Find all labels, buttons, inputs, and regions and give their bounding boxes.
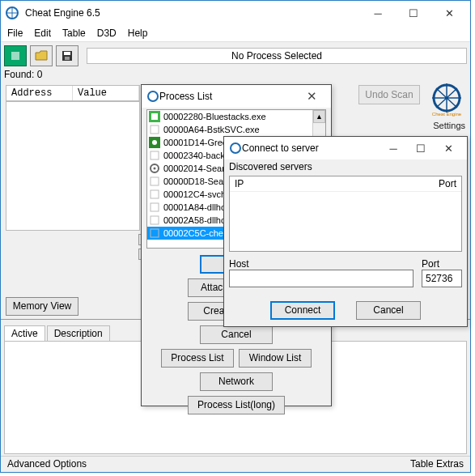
discovered-servers-label: Discovered servers <box>224 159 467 174</box>
process-row[interactable]: 00002280-Bluestacks.exe <box>147 110 325 123</box>
close-button[interactable]: ✕ <box>431 2 467 24</box>
svg-point-8 <box>148 91 158 101</box>
result-table-header: Address Value <box>6 85 140 101</box>
col-port[interactable]: Port <box>439 178 456 189</box>
process-row[interactable]: 00000A64-BstkSVC.exe <box>147 123 325 136</box>
host-port-row: Host Port 52736 <box>229 258 462 287</box>
host-label: Host <box>229 258 415 270</box>
process-icon <box>149 150 160 161</box>
svg-rect-21 <box>151 229 159 237</box>
process-icon <box>149 215 160 226</box>
process-list-long-button[interactable]: Process List(long) <box>188 396 285 414</box>
process-text: 00000A64-BstkSVC.exe <box>163 125 260 134</box>
process-name-display: No Process Selected <box>87 48 467 64</box>
connect-button[interactable]: Connect <box>270 301 335 320</box>
table-extras-link[interactable]: Table Extras <box>410 458 464 470</box>
menu-d3d[interactable]: D3D <box>97 28 117 39</box>
scroll-up-icon[interactable]: ▲ <box>313 110 325 123</box>
undo-scan-button[interactable]: Undo Scan <box>358 85 420 104</box>
svg-rect-14 <box>151 151 159 159</box>
svg-rect-4 <box>64 52 70 55</box>
connect-dialog: Connect to server ─ ☐ ✕ Discovered serve… <box>223 136 468 327</box>
status-bar: Advanced Options Table Extras <box>1 456 470 472</box>
connect-minimize-button[interactable]: ─ <box>380 137 407 159</box>
port-input[interactable]: 52736 <box>422 270 462 287</box>
process-list-tab-button[interactable]: Process List <box>161 349 234 368</box>
process-icon <box>149 202 160 213</box>
connect-titlebar: Connect to server ─ ☐ ✕ <box>224 137 467 159</box>
col-address[interactable]: Address <box>6 86 73 100</box>
svg-rect-18 <box>151 190 159 198</box>
connect-close-button[interactable]: ✕ <box>435 137 462 159</box>
server-list-header: IP Port <box>230 176 461 192</box>
process-icon <box>149 137 160 148</box>
tab-active[interactable]: Active <box>4 325 45 341</box>
menu-file[interactable]: File <box>7 28 23 39</box>
save-button[interactable] <box>56 45 78 66</box>
title-bar: Cheat Engine 6.5 ─ ☐ ✕ <box>1 1 470 25</box>
process-text: 00002280-Bluestacks.exe <box>163 112 266 121</box>
connect-cancel-button[interactable]: Cancel <box>356 301 421 320</box>
process-icon <box>149 124 160 135</box>
col-ip[interactable]: IP <box>235 178 439 189</box>
connect-buttons: Connect Cancel <box>224 301 467 320</box>
process-list-icon <box>146 90 159 103</box>
col-value[interactable]: Value <box>73 86 139 100</box>
advanced-options-link[interactable]: Advanced Options <box>7 458 87 470</box>
network-button[interactable]: Network <box>200 372 273 391</box>
discovered-servers-list[interactable]: IP Port <box>229 176 462 252</box>
process-icon <box>149 176 160 187</box>
settings-label[interactable]: Settings <box>433 121 465 130</box>
process-icon <box>149 227 160 239</box>
app-icon <box>4 5 20 21</box>
menu-table[interactable]: Table <box>62 28 86 39</box>
connect-maximize-button[interactable]: ☐ <box>407 137 435 159</box>
memory-view-button[interactable]: Memory View <box>6 297 78 316</box>
open-file-button[interactable] <box>30 45 53 66</box>
process-icon <box>149 189 160 200</box>
window-title: Cheat Engine 6.5 <box>25 7 360 19</box>
svg-point-22 <box>231 143 240 153</box>
connect-icon <box>229 142 242 155</box>
svg-point-16 <box>154 168 156 170</box>
svg-rect-11 <box>151 125 159 134</box>
process-icon <box>149 163 160 174</box>
menu-edit[interactable]: Edit <box>34 28 51 39</box>
process-list-title: Process List <box>159 91 297 102</box>
process-list-titlebar: Process List ✕ <box>142 85 331 108</box>
toolbar: No Process Selected <box>1 41 470 69</box>
open-process-button[interactable] <box>4 45 27 66</box>
found-count: Found: 0 <box>1 69 470 82</box>
process-list-close-button[interactable]: ✕ <box>297 89 326 104</box>
svg-rect-20 <box>151 216 159 224</box>
tab-description[interactable]: Description <box>47 325 110 341</box>
plist-cancel-button[interactable]: Cancel <box>200 325 273 344</box>
maximize-button[interactable]: ☐ <box>396 2 431 24</box>
host-input[interactable] <box>229 270 414 287</box>
menu-help[interactable]: Help <box>128 28 148 39</box>
svg-rect-5 <box>65 57 70 60</box>
connect-title: Connect to server <box>242 142 380 154</box>
window-list-tab-button[interactable]: Window List <box>239 349 312 368</box>
svg-rect-19 <box>151 203 159 211</box>
svg-rect-17 <box>151 177 159 185</box>
svg-text:Cheat Engine: Cheat Engine <box>432 112 462 117</box>
result-table-body[interactable] <box>6 101 140 231</box>
svg-point-13 <box>152 140 157 145</box>
svg-rect-2 <box>11 52 19 60</box>
menu-bar: File Edit Table D3D Help <box>1 25 470 41</box>
process-icon <box>149 111 160 122</box>
cheat-engine-logo[interactable]: Cheat Engine <box>425 82 469 117</box>
port-label: Port <box>422 258 462 270</box>
minimize-button[interactable]: ─ <box>360 2 396 24</box>
svg-rect-10 <box>151 113 158 120</box>
